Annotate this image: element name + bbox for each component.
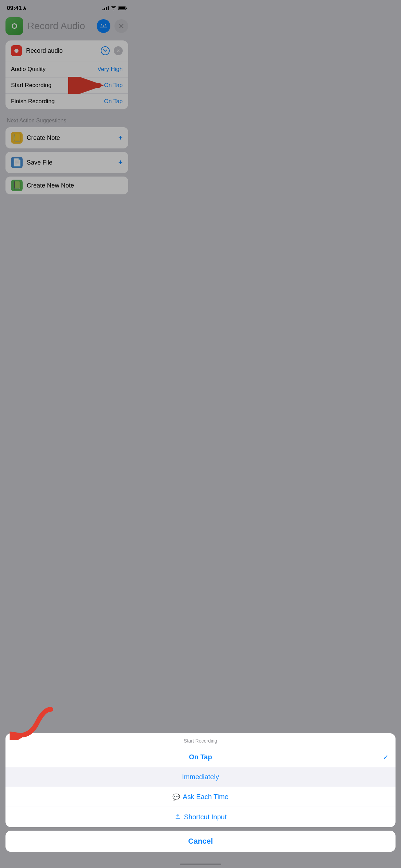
- action-sheet-backdrop[interactable]: [0, 0, 134, 289]
